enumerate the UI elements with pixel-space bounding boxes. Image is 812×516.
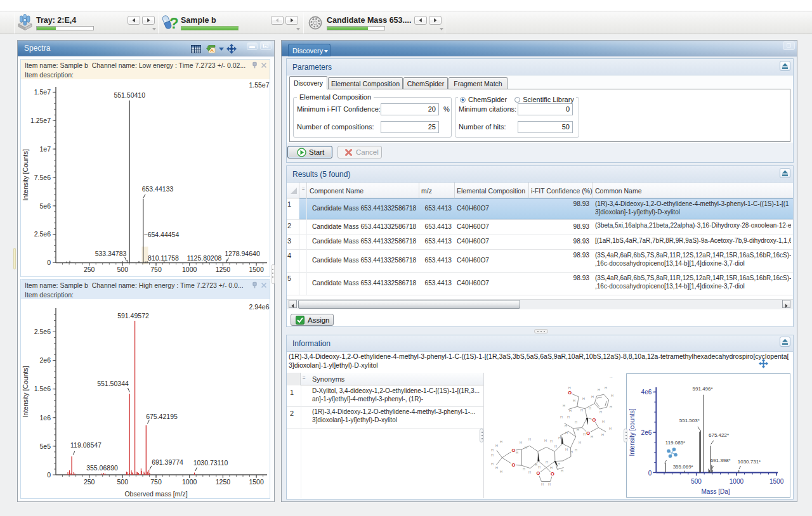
svg-text:500: 500 xyxy=(117,266,129,273)
svg-text:0: 0 xyxy=(47,259,51,266)
svg-text:1030.73110: 1030.73110 xyxy=(193,459,228,467)
svg-text:H: H xyxy=(523,467,525,471)
svg-text:H: H xyxy=(575,448,577,452)
svg-text:Mass [Da]: Mass [Da] xyxy=(701,488,730,495)
svg-text:H: H xyxy=(491,448,494,452)
svg-text:H: H xyxy=(599,410,602,414)
svg-text:1500: 1500 xyxy=(249,266,264,273)
svg-text:551.50344: 551.50344 xyxy=(97,380,129,387)
svg-text:H: H xyxy=(500,440,502,444)
svg-text:2e6: 2e6 xyxy=(39,356,51,364)
svg-text:H: H xyxy=(516,451,518,455)
svg-text:H: H xyxy=(558,462,560,466)
svg-text:0: 0 xyxy=(648,470,652,477)
svg-text:H: H xyxy=(568,386,571,390)
svg-text:2.5e6: 2.5e6 xyxy=(34,230,51,238)
svg-text:H: H xyxy=(535,463,537,467)
svg-text:H: H xyxy=(610,405,612,409)
svg-text:H: H xyxy=(495,466,498,470)
svg-text:H: H xyxy=(609,427,612,430)
svg-text:H: H xyxy=(558,436,561,440)
svg-text:H: H xyxy=(591,435,593,439)
svg-text:1000: 1000 xyxy=(182,266,197,273)
svg-text:119.08547: 119.08547 xyxy=(70,441,102,449)
svg-text:1278.94640: 1278.94640 xyxy=(225,250,260,257)
svg-text:355.06890: 355.06890 xyxy=(86,464,118,472)
svg-text:H: H xyxy=(605,386,607,390)
svg-text:2.5e6: 2.5e6 xyxy=(34,328,51,335)
svg-text:2.94e6: 2.94e6 xyxy=(249,303,269,311)
svg-text:...: ... xyxy=(610,375,613,378)
svg-text:H: H xyxy=(544,439,547,442)
svg-text:1125.80208: 1125.80208 xyxy=(187,254,222,262)
svg-text:O: O xyxy=(592,417,596,423)
svg-text:0: 0 xyxy=(47,471,51,479)
svg-text:H: H xyxy=(565,431,568,435)
svg-text:7.5e6: 7.5e6 xyxy=(34,174,51,181)
svg-text:1e6: 1e6 xyxy=(39,414,51,422)
svg-text:1000: 1000 xyxy=(730,478,744,485)
svg-text:H: H xyxy=(567,415,570,419)
svg-text:119.085*: 119.085* xyxy=(665,440,685,446)
svg-text:O: O xyxy=(568,390,572,396)
svg-text:750: 750 xyxy=(150,478,162,486)
svg-text:H: H xyxy=(546,460,548,464)
svg-text:H: H xyxy=(602,420,605,423)
svg-text:H: H xyxy=(591,395,594,399)
svg-text:4e6: 4e6 xyxy=(641,389,652,396)
svg-text:H: H xyxy=(541,482,544,486)
svg-text:675.42195: 675.42195 xyxy=(146,413,178,420)
svg-text:1000: 1000 xyxy=(182,478,197,486)
svg-text:H: H xyxy=(563,404,565,408)
svg-text:1.5e6: 1.5e6 xyxy=(34,385,51,392)
svg-text:H: H xyxy=(554,444,557,448)
svg-text:−654.44454: −654.44454 xyxy=(144,231,180,238)
svg-text:H: H xyxy=(560,415,563,419)
svg-text:H: H xyxy=(525,446,527,449)
svg-text:1e7: 1e7 xyxy=(39,145,51,153)
svg-text:H: H xyxy=(575,420,577,424)
svg-text:?: ? xyxy=(169,15,179,32)
svg-text:O: O xyxy=(511,448,515,453)
svg-text:H: H xyxy=(583,432,586,436)
svg-text:1.5e7: 1.5e7 xyxy=(34,88,51,96)
svg-text:H: H xyxy=(580,408,583,412)
svg-text:H: H xyxy=(573,399,575,403)
svg-text:H: H xyxy=(601,433,604,437)
svg-text:Observed mass [m/z]: Observed mass [m/z] xyxy=(124,490,187,498)
svg-text:1.55e7: 1.55e7 xyxy=(249,81,269,89)
svg-text:1250: 1250 xyxy=(216,478,231,486)
svg-text:H: H xyxy=(565,448,568,451)
svg-text:810.11758: 810.11758 xyxy=(148,254,179,262)
svg-text:H: H xyxy=(550,466,553,470)
svg-text:H: H xyxy=(491,462,494,466)
svg-text:1030.731*: 1030.731* xyxy=(738,459,761,465)
svg-text:H: H xyxy=(611,394,613,397)
svg-text:H: H xyxy=(577,428,579,432)
svg-text:551.50410: 551.50410 xyxy=(114,91,145,99)
svg-text:533.34783: 533.34783 xyxy=(95,250,127,257)
svg-text:H: H xyxy=(548,482,551,486)
svg-text:H: H xyxy=(570,450,573,454)
svg-text:H: H xyxy=(495,444,498,448)
svg-text:500: 500 xyxy=(691,478,702,485)
svg-text:1250: 1250 xyxy=(216,266,231,273)
svg-text:H: H xyxy=(528,470,531,474)
svg-text:H: H xyxy=(538,465,540,469)
svg-text:H: H xyxy=(569,409,572,413)
svg-text:250: 250 xyxy=(84,266,95,273)
svg-text:H: H xyxy=(550,439,553,443)
svg-text:1500: 1500 xyxy=(249,478,264,486)
svg-text:H: H xyxy=(589,406,591,410)
svg-text:O: O xyxy=(551,471,554,477)
svg-text:H: H xyxy=(561,469,563,473)
svg-text:1.25e7: 1.25e7 xyxy=(30,117,51,124)
svg-text:591.496*: 591.496* xyxy=(693,386,713,392)
svg-text:H: H xyxy=(500,470,502,474)
svg-text:653.44133: 653.44133 xyxy=(142,185,174,193)
svg-text:H: H xyxy=(520,441,522,444)
svg-text:H: H xyxy=(579,441,581,444)
svg-text:Intensity [Counts]: Intensity [Counts] xyxy=(22,366,29,417)
svg-text:1500: 1500 xyxy=(769,478,784,485)
svg-text:691.39774: 691.39774 xyxy=(152,458,183,466)
